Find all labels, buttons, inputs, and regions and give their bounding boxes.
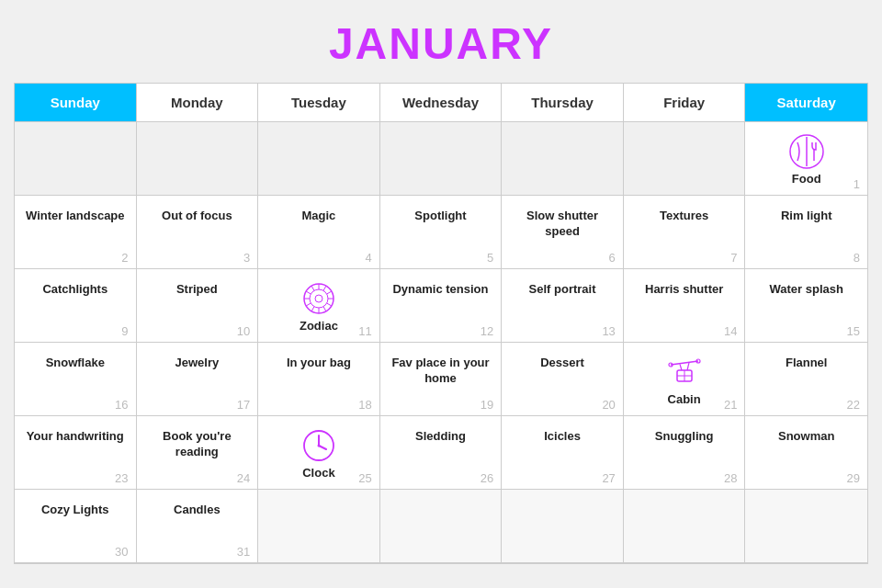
- day-header-friday: Friday: [624, 84, 746, 121]
- cell-label: Self portrait: [509, 282, 616, 298]
- calendar-cell-1: Food1: [745, 122, 867, 196]
- calendar-cell-7: Textures7: [624, 196, 746, 269]
- cell-label: Catchlights: [22, 282, 129, 298]
- cabin-icon: [631, 354, 738, 390]
- cell-label: Your handwriting: [22, 429, 129, 445]
- cell-day-number: 5: [487, 251, 493, 265]
- cell-day-number: 13: [602, 324, 615, 338]
- cell-day-number: 21: [724, 398, 737, 412]
- cell-label: Winter landscape: [22, 209, 129, 224]
- calendar-cell-24: Book you're reading24: [137, 416, 259, 490]
- cell-day-number: 1: [854, 177, 860, 191]
- cell-label: Snuggling: [631, 429, 738, 445]
- cell-label: In your bag: [266, 356, 372, 371]
- cell-day-number: 15: [847, 324, 860, 338]
- cell-label: Food: [752, 172, 860, 187]
- day-header-tuesday: Tuesday: [258, 84, 380, 121]
- cell-day-number: 26: [481, 471, 493, 485]
- svg-line-11: [323, 307, 326, 311]
- cell-label: Magic: [266, 209, 372, 224]
- empty-cell: [380, 122, 503, 196]
- calendar-cell-27: Icicles27: [502, 416, 624, 490]
- cell-label: Zodiac: [266, 319, 372, 334]
- day-header-saturday: Saturday: [745, 84, 867, 121]
- calendar-cell-19: Fav place in your home19: [380, 343, 503, 416]
- calendar-cell-22: Flannel22: [745, 343, 867, 416]
- calendar: JANUARY SundayMondayTuesdayWednesdayThur…: [14, 9, 868, 564]
- cell-label: Icicles: [509, 429, 616, 445]
- calendar-cell-6: Slow shutter speed6: [502, 196, 624, 269]
- day-header-sunday: Sunday: [15, 84, 137, 121]
- svg-point-4: [310, 289, 328, 308]
- cell-day-number: 24: [237, 471, 250, 485]
- cell-label: Water splash: [752, 282, 860, 298]
- cell-label: Dessert: [509, 356, 616, 371]
- cell-day-number: 17: [237, 398, 250, 412]
- calendar-cell-25: Clock25: [258, 416, 380, 490]
- svg-line-16: [306, 291, 311, 294]
- svg-line-18: [671, 361, 698, 365]
- cell-day-number: 16: [115, 398, 128, 412]
- cell-day-number: 25: [358, 471, 371, 485]
- empty-cell: [380, 490, 503, 563]
- food-icon: [752, 133, 860, 170]
- cell-label: Snowman: [752, 429, 860, 445]
- svg-line-19: [680, 364, 682, 370]
- cell-label: Sledding: [388, 429, 494, 445]
- cell-label: Out of focus: [144, 209, 251, 224]
- calendar-cell-10: Striped10: [137, 269, 259, 343]
- cell-label: Spotlight: [388, 209, 494, 224]
- empty-cell: [624, 122, 746, 196]
- cell-day-number: 28: [724, 471, 737, 485]
- cell-day-number: 29: [847, 471, 860, 485]
- calendar-cell-5: Spotlight5: [380, 196, 503, 269]
- calendar-cell-18: In your bag18: [258, 343, 380, 416]
- cell-label: Candles: [144, 503, 251, 518]
- cell-day-number: 12: [481, 324, 493, 338]
- cell-day-number: 11: [358, 324, 371, 338]
- cell-label: Book you're reading: [144, 429, 251, 460]
- calendar-cell-4: Magic4: [258, 196, 380, 269]
- cell-day-number: 10: [237, 324, 250, 338]
- svg-line-8: [327, 291, 332, 294]
- calendar-cell-2: Winter landscape2: [15, 196, 137, 269]
- svg-line-17: [311, 286, 314, 290]
- day-header-monday: Monday: [137, 84, 259, 121]
- svg-line-20: [687, 363, 689, 370]
- calendar-cell-8: Rim light8: [745, 196, 867, 269]
- svg-line-7: [323, 286, 326, 290]
- cell-label: Cabin: [631, 392, 738, 408]
- svg-point-29: [317, 445, 320, 447]
- empty-cell: [745, 490, 867, 563]
- calendar-grid: Food1Winter landscape2Out of focus3Magic…: [14, 121, 868, 564]
- calendar-cell-3: Out of focus3: [137, 196, 259, 269]
- calendar-cell-28: Snuggling28: [624, 416, 746, 490]
- cell-day-number: 4: [365, 251, 371, 265]
- cell-day-number: 18: [358, 398, 371, 412]
- empty-cell: [502, 490, 624, 563]
- cell-label: Flannel: [752, 356, 860, 371]
- cell-day-number: 8: [854, 251, 860, 265]
- cell-day-number: 14: [724, 324, 737, 338]
- empty-cell: [15, 122, 137, 196]
- calendar-cell-20: Dessert20: [502, 343, 624, 416]
- cell-day-number: 3: [243, 251, 250, 265]
- cell-label: Harris shutter: [631, 282, 738, 298]
- cell-day-number: 2: [121, 251, 128, 265]
- calendar-cell-9: Catchlights9: [15, 269, 137, 343]
- cell-day-number: 9: [121, 324, 128, 338]
- calendar-cell-30: Cozy Lights30: [15, 490, 137, 563]
- calendar-cell-14: Harris shutter14: [624, 269, 746, 343]
- svg-line-13: [311, 307, 314, 311]
- cell-day-number: 19: [481, 398, 493, 412]
- cell-label: Jewelry: [144, 356, 251, 371]
- calendar-cell-12: Dynamic tension12: [380, 269, 503, 343]
- cell-day-number: 23: [115, 471, 128, 485]
- empty-cell: [624, 490, 746, 563]
- cell-day-number: 7: [730, 251, 737, 265]
- cell-day-number: 30: [115, 545, 128, 559]
- cell-day-number: 20: [602, 398, 615, 412]
- cell-label: Fav place in your home: [388, 356, 494, 387]
- cell-label: Striped: [144, 282, 251, 298]
- cell-label: Textures: [631, 209, 738, 224]
